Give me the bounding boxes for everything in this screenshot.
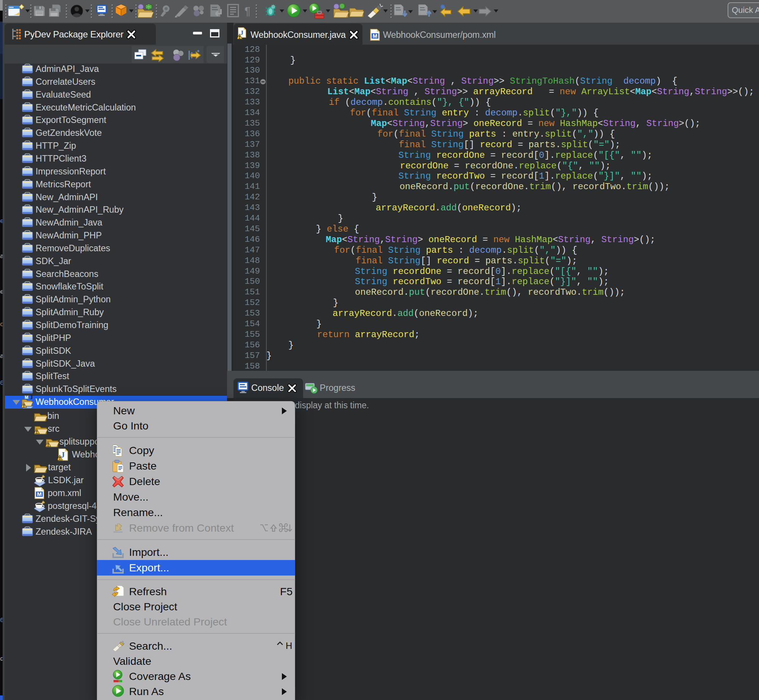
svg-text:J: J	[61, 451, 65, 459]
svg-text:M: M	[25, 395, 28, 400]
svg-text:H: H	[286, 641, 292, 651]
svg-text:J: J	[30, 395, 33, 400]
svg-text:M: M	[373, 33, 378, 39]
svg-text:M: M	[37, 491, 42, 497]
svg-text:J: J	[240, 29, 244, 36]
